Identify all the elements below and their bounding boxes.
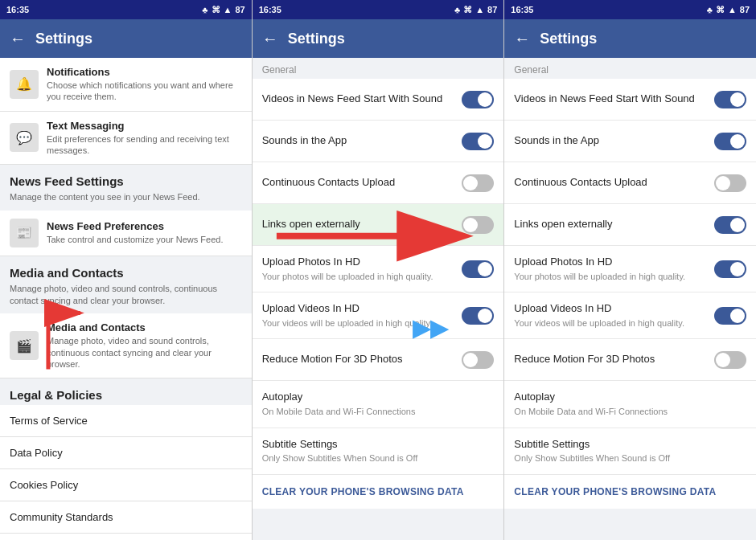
setting-row-videos[interactable]: Videos in News Feed Start With Sound <box>253 79 504 121</box>
news-feed-prefs-text: News Feed Preferences Take control and c… <box>47 220 242 245</box>
reduce-motion-title-3: Reduce Motion For 3D Photos <box>514 353 708 366</box>
legal-section-title: Legal & Policies <box>0 378 252 405</box>
photos-hd-desc-2: Your photos will be uploaded in high qua… <box>262 271 456 282</box>
videos-hd-toggle-3[interactable] <box>714 307 746 325</box>
cookies-policy-item[interactable]: Cookies Policy <box>0 469 252 501</box>
videos-hd-desc-2: Your videos will be uploaded in high qua… <box>262 317 456 329</box>
contacts-upload-toggle-2[interactable] <box>462 174 494 192</box>
sounds-app-title-2: Sounds in the App <box>262 134 456 148</box>
status-bar-3: 16:35 ♣ ⌘ ▲ 87 <box>504 0 756 19</box>
videos-hd-title-3: Upload Videos In HD <box>514 302 708 316</box>
news-feed-prefs-title: News Feed Preferences <box>47 220 242 232</box>
time-1: 16:35 <box>6 5 29 14</box>
status-bar-2: 16:35 ♣ ⌘ ▲ 87 <box>253 0 504 19</box>
status-right-1: ♣ ⌘ ▲ 87 <box>202 5 244 15</box>
text-messaging-text: Text Messaging Edit preferences for send… <box>47 120 242 157</box>
setting-row-sounds-3[interactable]: Sounds in the App <box>504 121 756 162</box>
media-contacts-text: Media and Contacts Manage photo, video a… <box>47 321 242 370</box>
sounds-app-toggle-2[interactable] <box>462 133 494 150</box>
subtitles-desc-3: Only Show Subtitles When Sound is Off <box>514 452 746 464</box>
back-button-2[interactable]: ← <box>262 30 278 48</box>
autoplay-desc-3: On Mobile Data and Wi-Fi Connections <box>514 406 746 417</box>
links-external-title-2: Links open externally <box>262 218 456 231</box>
status-left-3: 16:35 <box>511 5 533 14</box>
setting-row-subtitles[interactable]: Subtitle Settings Only Show Subtitles Wh… <box>253 428 504 475</box>
links-external-toggle-2[interactable] <box>462 216 494 234</box>
data-policy-item[interactable]: Data Policy <box>0 437 252 469</box>
wifi-icon-1: ⌘ <box>212 5 220 15</box>
media-contacts-item[interactable]: 🎬 Media and Contacts Manage photo, video… <box>0 313 252 378</box>
clear-browsing-data-2[interactable]: CLEAR YOUR PHONE'S BROWSING DATA <box>253 475 504 509</box>
back-button-1[interactable]: ← <box>10 30 26 48</box>
content-1: 🔔 Notifications Choose which notificatio… <box>0 58 252 540</box>
header-title-1: Settings <box>35 31 92 47</box>
setting-row-contacts-3[interactable]: Continuous Contacts Upload <box>504 162 756 204</box>
news-feed-section-desc: Manage the content you see in your News … <box>0 191 252 210</box>
general-label-2: General <box>253 58 504 79</box>
wifi-icon-2: ⌘ <box>463 5 472 15</box>
sounds-app-title-3: Sounds in the App <box>514 134 708 148</box>
clear-browsing-data-3[interactable]: CLEAR YOUR PHONE'S BROWSING DATA <box>504 475 756 509</box>
sounds-app-toggle-3[interactable] <box>714 133 746 150</box>
links-external-toggle-3[interactable] <box>714 216 746 234</box>
setting-row-subtitles-3[interactable]: Subtitle Settings Only Show Subtitles Wh… <box>504 428 756 475</box>
text-messaging-icon: 💬 <box>10 123 39 152</box>
photos-hd-desc-3: Your photos will be uploaded in high qua… <box>514 271 708 282</box>
terms-of-service-item[interactable]: Terms of Service <box>0 405 252 437</box>
panel-3: 16:35 ♣ ⌘ ▲ 87 ← Settings General Videos… <box>504 0 756 540</box>
setting-row-autoplay-3[interactable]: Autoplay On Mobile Data and Wi-Fi Connec… <box>504 381 756 428</box>
bluetooth-icon-1: ♣ <box>202 5 207 14</box>
setting-row-reduce-motion-3[interactable]: Reduce Motion For 3D Photos <box>504 339 756 381</box>
text-messaging-desc: Edit preferences for sending and receivi… <box>47 133 242 157</box>
setting-row-photos-hd[interactable]: Upload Photos In HD Your photos will be … <box>253 246 504 292</box>
videos-newsfeed-title-2: Videos in News Feed Start With Sound <box>262 92 456 106</box>
back-button-3[interactable]: ← <box>514 30 530 48</box>
setting-row-contacts[interactable]: Continuous Contacts Upload <box>253 162 504 204</box>
status-right-2: ♣ ⌘ ▲ 87 <box>454 5 497 15</box>
setting-row-photos-hd-3[interactable]: Upload Photos In HD Your photos will be … <box>504 246 756 292</box>
text-messaging-title: Text Messaging <box>47 120 242 132</box>
notifications-icon: 🔔 <box>10 70 39 99</box>
contacts-upload-title-2: Continuous Contacts Upload <box>262 176 456 190</box>
reduce-motion-toggle-2[interactable] <box>462 351 494 369</box>
photos-hd-toggle-2[interactable] <box>462 260 494 278</box>
videos-newsfeed-toggle-2[interactable] <box>462 91 494 108</box>
videos-hd-desc-3: Your videos will be uploaded in high qua… <box>514 317 708 329</box>
list-item[interactable]: 💬 Text Messaging Edit preferences for se… <box>0 112 252 166</box>
videos-hd-toggle-2[interactable] <box>462 307 494 325</box>
header-title-3: Settings <box>540 31 597 47</box>
media-contacts-desc: Manage photo, video and sound controls, … <box>47 335 242 370</box>
videos-newsfeed-title-3: Videos in News Feed Start With Sound <box>514 92 708 106</box>
news-feed-prefs-desc: Take control and customize your News Fee… <box>47 234 242 245</box>
setting-row-videos-hd[interactable]: Upload Videos In HD Your videos will be … <box>253 292 504 339</box>
reduce-motion-toggle-3[interactable] <box>714 351 746 369</box>
community-standards-item[interactable]: Community Standards <box>0 501 252 534</box>
setting-row-links[interactable]: Links open externally <box>253 204 504 246</box>
notifications-title: Notifications <box>47 66 242 78</box>
status-bar-1: 16:35 ♣ ⌘ ▲ 87 <box>0 0 252 19</box>
header-2: ← Settings <box>253 19 504 58</box>
list-item[interactable]: 🔔 Notifications Choose which notificatio… <box>0 58 252 112</box>
setting-row-sounds[interactable]: Sounds in the App <box>253 121 504 162</box>
photos-hd-toggle-3[interactable] <box>714 260 746 278</box>
setting-row-videos-hd-3[interactable]: Upload Videos In HD Your videos will be … <box>504 292 756 339</box>
about-item[interactable]: About <box>0 534 252 540</box>
videos-newsfeed-toggle-3[interactable] <box>714 91 746 108</box>
photos-hd-title-3: Upload Photos In HD <box>514 256 708 269</box>
notifications-desc: Choose which notifications you want and … <box>47 80 242 103</box>
bluetooth-icon-2: ♣ <box>454 5 460 14</box>
panel-1: 16:35 ♣ ⌘ ▲ 87 ← Settings 🔔 Notification… <box>0 0 253 540</box>
setting-row-links-3[interactable]: Links open externally <box>504 204 756 246</box>
setting-row-autoplay[interactable]: Autoplay On Mobile Data and Wi-Fi Connec… <box>253 381 504 428</box>
autoplay-title-2: Autoplay <box>262 391 495 404</box>
setting-row-videos-3[interactable]: Videos in News Feed Start With Sound <box>504 79 756 121</box>
content-2: General Videos in News Feed Start With S… <box>253 58 504 540</box>
signal-icon-2: ▲ <box>475 5 484 14</box>
status-right-3: ♣ ⌘ ▲ 87 <box>707 5 750 15</box>
list-item[interactable]: 📰 News Feed Preferences Take control and… <box>0 211 252 256</box>
subtitles-desc-2: Only Show Subtitles When Sound is Off <box>262 452 495 464</box>
setting-row-reduce-motion[interactable]: Reduce Motion For 3D Photos <box>253 339 504 381</box>
subtitles-title-3: Subtitle Settings <box>514 438 746 452</box>
status-left-2: 16:35 <box>259 5 281 14</box>
contacts-upload-toggle-3[interactable] <box>714 174 746 192</box>
